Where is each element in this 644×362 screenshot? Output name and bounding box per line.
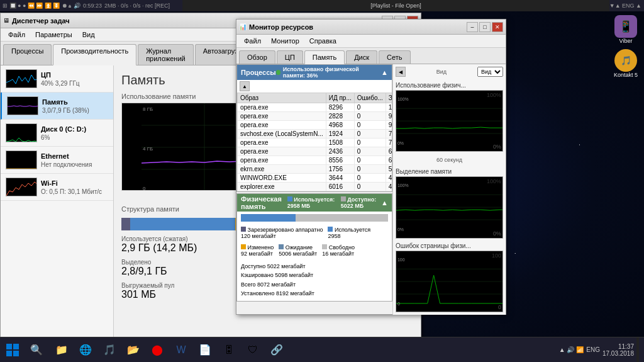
rm-tab-overview[interactable]: Обзор — [239, 50, 275, 64]
taskbar-network[interactable]: 🔗 — [265, 339, 288, 361]
svg-text:0: 0 — [397, 302, 400, 306]
taskbar-word[interactable]: W — [170, 339, 192, 361]
mem-available: Доступно 5022 мегабайт — [241, 263, 306, 269]
start-button[interactable] — [0, 337, 25, 363]
rm-tab-memory[interactable]: Память — [304, 50, 345, 64]
sidebar-item-wifi[interactable]: Wi-Fi О: 0,5 П: 30,1 Мбит/с — [1, 174, 113, 201]
resource-monitor-titlebar[interactable]: 📊 Монитор ресурсов – □ ✕ — [236, 20, 506, 35]
cell-completed: 56 580 — [386, 165, 392, 174]
col-pid: ИД пр... — [326, 93, 354, 103]
wifi-subtitle: О: 0,5 П: 30,1 Мбит/с — [41, 188, 102, 195]
svg-text:0: 0 — [143, 186, 146, 191]
rm-menu-help[interactable]: Справка — [304, 36, 341, 46]
pagefault-chart-min: 0 — [498, 304, 501, 310]
rm-physical-memory-header[interactable]: Физическая память Используется: 2958 МБ … — [237, 194, 392, 212]
rm-processes-header[interactable]: Процессы Использовано физической памяти:… — [237, 65, 392, 80]
disk-title: Диск 0 (C: D:) — [41, 125, 86, 133]
cell-image: opera.exe — [238, 121, 326, 130]
taskbar-music[interactable]: 🎵 — [98, 339, 121, 361]
free-color — [322, 244, 327, 249]
phys-usage-chart-container: Использование физич... 100% 0% 100% 0% — [396, 82, 503, 152]
tray-icons: ▲ 🔊 📶 — [559, 346, 584, 353]
rm-tab-cpu[interactable]: ЦП — [277, 50, 303, 64]
tab-performance[interactable]: Производительность — [53, 44, 136, 65]
viber-icon[interactable]: 📱 Viber — [610, 14, 641, 45]
rm-tab-disk[interactable]: Диск — [346, 50, 377, 64]
rm-menu-monitor[interactable]: Монитор — [266, 36, 304, 46]
phys-chart-min: 0% — [493, 144, 501, 150]
taskbar-opera[interactable]: ⬤ — [146, 339, 169, 361]
rm-close-button[interactable]: ✕ — [492, 22, 503, 32]
kontakt-icon[interactable]: 🎵 Kontakt 5 — [610, 48, 641, 79]
rm-processes-section: Процессы Использовано физической памяти:… — [236, 64, 392, 192]
cell-errors: 0 — [354, 183, 386, 191]
svg-text:8 ГБ: 8 ГБ — [143, 106, 153, 112]
taskbar-notepad[interactable]: 📄 — [194, 339, 216, 361]
table-row[interactable]: opera.exe 8556 0 63 320 104 180 53 800 5… — [238, 156, 392, 165]
table-row[interactable]: opera.exe 8296 0 169 200 249 192 93 796 … — [238, 103, 392, 112]
physical-memory-available: Доступно: 5022 МБ — [341, 196, 381, 209]
sidebar-item-disk[interactable]: Диск 0 (C: D:) 6% — [1, 120, 113, 147]
rm-tab-network[interactable]: Сеть — [379, 50, 410, 64]
table-row[interactable]: opera.exe 2436 0 61 040 91 616 39 568 52… — [238, 147, 392, 156]
rm-scroll-left[interactable]: ◀ — [396, 67, 406, 77]
cell-pid: 4968 — [326, 121, 354, 130]
legend-free: Свободно16 мегабайт — [322, 244, 355, 257]
table-row[interactable]: opera.exe 2828 0 98 936 137 652 55 224 8… — [238, 112, 392, 121]
cell-pid: 1924 — [326, 130, 354, 139]
sidebar-item-ethernet[interactable]: Ethernet Нет подключения — [1, 147, 113, 174]
table-row[interactable]: ekrn.exe 1756 0 56 580 156 392 106 144 5… — [238, 165, 392, 174]
taskbar-file-explorer[interactable]: 📁 — [50, 339, 73, 361]
reserved-color — [241, 227, 246, 232]
rm-menubar: Файл Монитор Справка — [236, 35, 506, 48]
cell-pid: 2828 — [326, 112, 354, 121]
rm-menu-file[interactable]: Файл — [239, 36, 266, 46]
cell-errors: 0 — [354, 112, 386, 121]
cell-pid: 8296 — [326, 103, 354, 112]
used-color-box — [287, 196, 292, 201]
search-button[interactable]: 🔍 — [25, 339, 48, 361]
tab-processes[interactable]: Процессы — [3, 44, 52, 65]
clock[interactable]: 11:37 17.03.2018 — [602, 343, 634, 357]
language-indicator[interactable]: ENG — [586, 346, 600, 353]
cell-errors: 0 — [354, 165, 386, 174]
taskbar: 🔍 📁 🌐 🎵 📂 ⬤ W 📄 🎛 🛡 🔗 ▲ 🔊 📶 ENG 11:37 17… — [0, 337, 644, 362]
sidebar-item-memory[interactable]: Память 3,0/7,9 ГБ (38%) — [1, 93, 113, 120]
table-row[interactable]: opera.exe 4968 0 92 260 122 776 45 952 7… — [238, 121, 392, 130]
taskbar-settings[interactable]: 🎛 — [218, 339, 240, 361]
wifi-title: Wi-Fi — [41, 179, 102, 187]
rm-minimize-button[interactable]: – — [467, 22, 478, 32]
cell-pid: 1756 — [326, 165, 354, 174]
rm-view-select[interactable]: Вид — [477, 67, 503, 77]
menu-params[interactable]: Параметры — [30, 30, 77, 40]
ethernet-subtitle: Нет подключения — [41, 161, 92, 168]
tab-app-history[interactable]: Журнал приложений — [138, 44, 194, 65]
memory-legend: Зарезервировано аппаратно120 мегабайт Ис… — [237, 224, 392, 259]
rm-phys-mem-collapse[interactable]: ▲ — [381, 199, 388, 206]
sidebar-item-cpu[interactable]: ЦП 40% 3,29 ГГц — [1, 65, 113, 93]
rm-processes-collapse[interactable]: ▲ — [381, 69, 388, 76]
scroll-up-btn[interactable]: ▲ — [240, 81, 250, 91]
svg-rect-2 — [6, 124, 37, 142]
show-desktop-button[interactable] — [636, 337, 639, 363]
table-row[interactable]: explorer.exe 6016 0 49 892 116 364 80 01… — [238, 183, 392, 191]
media-info: 2MB · 0/s · 0/s · rec [REC] — [104, 3, 170, 9]
taskbar-shield[interactable]: 🛡 — [242, 339, 264, 361]
desktop: ⊞ 🔲 ● ● ⏪ ⏩ ⏫ ⏬ ⏺ ⏏ 🔊 0:59:23 2MB · 0/s … — [0, 0, 644, 362]
physical-memory-used: Используется: 2958 МБ — [287, 196, 336, 209]
menu-file[interactable]: Файл — [3, 30, 30, 40]
resource-monitor-title: Монитор ресурсов — [249, 23, 467, 31]
taskbar-folder[interactable]: 📂 — [122, 339, 145, 361]
taskbar-browser[interactable]: 🌐 — [74, 339, 97, 361]
cell-errors: 0 — [354, 156, 386, 165]
table-row[interactable]: opera.exe 1508 0 79 052 148 516 83 100 6… — [238, 139, 392, 147]
rm-right-toolbar: ◀ Вид Вид — [396, 67, 503, 77]
cell-image: explorer.exe — [238, 183, 326, 191]
svg-text:0%: 0% — [397, 141, 404, 145]
table-row[interactable]: WINWORD.EXE 3644 0 49 572 113 084 74 856… — [238, 174, 392, 183]
table-row[interactable]: svchost.exe (LocalSystemN... 1924 0 72 8… — [238, 130, 392, 139]
cell-image: WINWORD.EXE — [238, 174, 326, 183]
menu-view[interactable]: Вид — [77, 30, 100, 40]
rm-maximize-button[interactable]: □ — [479, 22, 491, 32]
rm-window-controls: – □ ✕ — [467, 22, 503, 32]
